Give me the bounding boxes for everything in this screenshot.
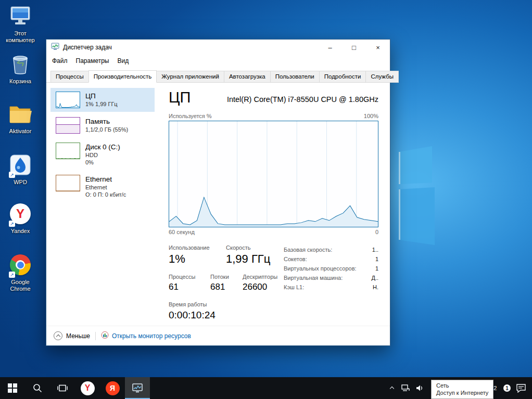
action-center-button[interactable] bbox=[513, 377, 529, 399]
wpd-icon: ↗ bbox=[10, 153, 31, 177]
performance-content: ЦП 1% 1,99 ГГц Память 1,1/2,0 ГБ (55%) bbox=[46, 83, 390, 326]
cpu-heading: ЦП bbox=[169, 89, 191, 106]
uptime-value: 0:00:10:24 bbox=[169, 310, 284, 321]
shortcut-arrow-icon: ↗ bbox=[9, 221, 15, 227]
task-manager-icon bbox=[132, 383, 143, 393]
sidebar-item-title: ЦП bbox=[85, 92, 118, 100]
tab-details[interactable]: Подробности bbox=[319, 71, 366, 83]
desktop-icon-label: WPD bbox=[14, 179, 27, 186]
fewer-details-button[interactable]: Меньше bbox=[54, 331, 90, 340]
disk-mini-chart bbox=[56, 143, 80, 159]
desktop-icon-label: Этот компьютер bbox=[1, 30, 40, 44]
detail-row: Виртуальных процессоров: 1 bbox=[284, 264, 378, 273]
footer-divider bbox=[95, 332, 96, 340]
start-button[interactable] bbox=[0, 377, 25, 399]
sidebar-item-sub2: О: 0 П: 0 кбит/с bbox=[85, 191, 126, 198]
speed-label: Скорость bbox=[226, 244, 270, 251]
menu-view[interactable]: Вид bbox=[113, 56, 133, 66]
handles-label: Дескрипторы bbox=[243, 274, 277, 280]
processes-value: 61 bbox=[169, 282, 210, 292]
task-manager-window: Диспетчер задач – □ × Файл Параметры Вид… bbox=[46, 39, 390, 346]
sidebar-item-sub: 1% 1,99 ГГц bbox=[85, 100, 118, 108]
open-resource-monitor-link[interactable]: Открыть монитор ресурсов bbox=[101, 331, 191, 341]
tooltip-line-2: Доступ к Интернету bbox=[436, 389, 488, 396]
window-footer: Меньше Открыть монитор ресурсов bbox=[46, 326, 390, 345]
taskbar-yandex-browser-button[interactable]: Я bbox=[100, 377, 125, 399]
sidebar-item-title: Ethernet bbox=[85, 175, 126, 184]
menu-options[interactable]: Параметры bbox=[72, 56, 113, 66]
cpu-main-panel: ЦП Intel(R) Core(TM) i7-8550U CPU @ 1.80… bbox=[155, 83, 390, 326]
sidebar-item-title: Диск 0 (C:) bbox=[85, 143, 120, 151]
chart-axis-left: 60 секунд bbox=[169, 229, 195, 235]
desktop-icon-yandex[interactable]: Y ↗ Yandex bbox=[1, 202, 40, 235]
chevron-up-icon bbox=[390, 387, 394, 391]
minimize-button[interactable]: – bbox=[318, 40, 342, 55]
taskbar-task-manager-button[interactable] bbox=[125, 377, 150, 399]
network-icon bbox=[401, 384, 410, 392]
maximize-button[interactable]: □ bbox=[342, 40, 366, 55]
tooltip-line-1: Сеть bbox=[436, 382, 488, 389]
tab-services[interactable]: Службы bbox=[365, 71, 399, 83]
chart-axis-right: 0 bbox=[375, 229, 378, 235]
task-view-button[interactable] bbox=[50, 377, 75, 399]
desktop-icon-aktivator[interactable]: Aktivator bbox=[1, 102, 40, 135]
sidebar-item-ethernet[interactable]: Ethernet Ethernet О: 0 П: 0 кбит/с bbox=[50, 171, 155, 202]
network-tooltip: Сеть Доступ к Интернету bbox=[431, 380, 493, 399]
ethernet-mini-chart bbox=[56, 175, 80, 191]
sidebar-item-sub: HDD bbox=[85, 151, 120, 159]
cpu-details: Базовая скорость: 1.. Сокетов: 1 Виртуал… bbox=[284, 244, 378, 321]
threads-label: Потоки bbox=[210, 274, 243, 280]
desktop-icon-label: Google Chrome bbox=[1, 279, 40, 292]
sidebar-item-memory[interactable]: Память 1,1/2,0 ГБ (55%) bbox=[50, 113, 155, 137]
taskbar-yandex-button[interactable]: Y bbox=[75, 377, 100, 399]
desktop-icon-wpd[interactable]: ↗ WPD bbox=[1, 153, 40, 186]
tray-volume-button[interactable] bbox=[413, 377, 427, 399]
sidebar-item-sub: Ethernet bbox=[85, 184, 126, 191]
sidebar-item-sub2: 0% bbox=[85, 159, 120, 166]
sidebar-item-disk[interactable]: Диск 0 (C:) HDD 0% bbox=[50, 139, 155, 170]
action-center-icon bbox=[516, 383, 526, 393]
tray-network-button[interactable] bbox=[399, 377, 412, 399]
detail-row: Виртуальная машина: Д.. bbox=[284, 273, 378, 282]
desktop-icon-google-chrome[interactable]: ↗ Google Chrome bbox=[1, 253, 40, 292]
performance-sidebar: ЦП 1% 1,99 ГГц Память 1,1/2,0 ГБ (55%) bbox=[46, 83, 155, 326]
hidden-icons-button[interactable] bbox=[385, 377, 399, 399]
task-view-icon bbox=[57, 383, 68, 393]
desktop-icon-recycle-bin[interactable]: Корзина bbox=[1, 52, 40, 85]
search-button[interactable] bbox=[25, 377, 50, 399]
tab-users[interactable]: Пользователи bbox=[270, 71, 320, 83]
yandex-icon: Y bbox=[81, 381, 95, 395]
yandex-browser-icon: Я bbox=[106, 381, 120, 395]
menu-file[interactable]: Файл bbox=[48, 56, 72, 66]
notification-count-badge: 1 bbox=[502, 377, 512, 399]
sidebar-item-title: Память bbox=[85, 117, 128, 126]
tab-processes[interactable]: Процессы bbox=[50, 71, 89, 83]
speed-value: 1,99 ГГц bbox=[226, 252, 270, 266]
close-button[interactable]: × bbox=[366, 40, 390, 55]
titlebar[interactable]: Диспетчер задач – □ × bbox=[46, 40, 390, 55]
desktop: Этот компьютер Корзина Aktivator bbox=[0, 0, 532, 399]
processes-label: Процессы bbox=[169, 274, 210, 280]
memory-mini-chart bbox=[56, 117, 80, 134]
tab-startup[interactable]: Автозагрузка bbox=[224, 71, 271, 83]
handles-value: 26600 bbox=[243, 282, 277, 292]
tab-app-history[interactable]: Журнал приложений bbox=[156, 71, 224, 83]
cpu-model: Intel(R) Core(TM) i7-8550U CPU @ 1.80GHz bbox=[227, 95, 378, 106]
window-title: Диспетчер задач bbox=[63, 44, 112, 51]
cpu-usage-chart bbox=[169, 121, 378, 227]
detail-row: Кэш L1: Н. bbox=[284, 282, 378, 292]
tabstrip: Процессы Производительность Журнал прило… bbox=[46, 67, 390, 83]
usage-label: Использование bbox=[169, 244, 226, 251]
volume-icon bbox=[416, 384, 424, 392]
chrome-icon: ↗ bbox=[10, 253, 31, 277]
task-manager-app-icon bbox=[51, 42, 59, 53]
sidebar-item-cpu[interactable]: ЦП 1% 1,99 ГГц bbox=[50, 88, 155, 112]
recycle-bin-icon bbox=[9, 52, 31, 76]
uptime-label: Время работы bbox=[169, 301, 284, 307]
menubar: Файл Параметры Вид bbox=[46, 55, 390, 67]
chevron-up-circle-icon bbox=[54, 331, 62, 340]
search-icon bbox=[32, 383, 43, 393]
desktop-icon-label: Yandex bbox=[11, 228, 30, 235]
tab-performance[interactable]: Производительность bbox=[88, 70, 157, 83]
desktop-icon-this-pc[interactable]: Этот компьютер bbox=[1, 4, 40, 44]
